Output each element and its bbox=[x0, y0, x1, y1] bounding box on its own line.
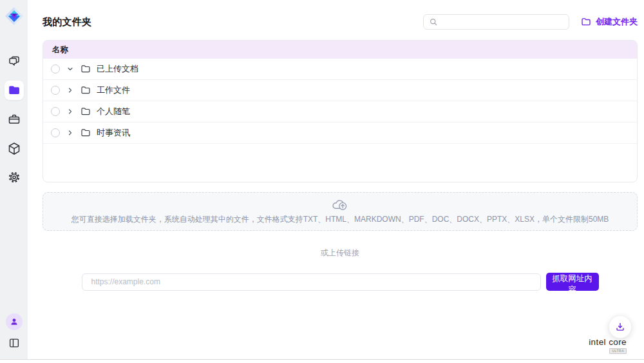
briefcase-icon bbox=[7, 112, 21, 126]
create-folder-label: 创建文件夹 bbox=[596, 16, 638, 28]
folder-icon bbox=[8, 84, 21, 97]
folder-row[interactable]: 个人随笔 bbox=[43, 101, 637, 123]
folder-row[interactable]: 已上传文档 bbox=[43, 59, 637, 80]
folder-outline-icon bbox=[80, 64, 91, 74]
sidebar-item-chat[interactable] bbox=[5, 52, 24, 71]
intel-core-logo: intel core ULTRA bbox=[589, 338, 627, 354]
fetch-url-button[interactable]: 抓取网址内容 bbox=[546, 273, 599, 291]
folder-outline-icon bbox=[80, 106, 91, 117]
gem-logo-icon bbox=[5, 6, 24, 26]
chevron-right-icon[interactable] bbox=[66, 108, 75, 115]
chevron-right-icon[interactable] bbox=[66, 86, 75, 94]
url-upload-row: 抓取网址内容 bbox=[43, 273, 638, 291]
upload-dropzone[interactable]: 您可直接选择加载文件夹，系统自动处理其中的文件，文件格式支持TXT、HTML、M… bbox=[43, 192, 638, 231]
sidebar bbox=[0, 0, 28, 359]
download-icon bbox=[614, 321, 626, 333]
create-folder-icon bbox=[581, 17, 591, 27]
chevron-down-icon[interactable] bbox=[66, 65, 75, 73]
folder-name: 个人随笔 bbox=[97, 106, 130, 117]
folder-name: 已上传文档 bbox=[97, 63, 138, 75]
page-title: 我的文件夹 bbox=[43, 16, 92, 28]
sidebar-item-toolbox[interactable] bbox=[5, 110, 24, 129]
collapse-sidebar-button[interactable] bbox=[6, 335, 23, 351]
sidebar-nav bbox=[5, 52, 24, 187]
topbar: 我的文件夹 创建文件夹 bbox=[43, 13, 638, 31]
row-checkbox[interactable] bbox=[51, 128, 60, 137]
panel-toggle-icon bbox=[8, 337, 21, 349]
search-input[interactable] bbox=[442, 17, 564, 27]
bottom-divider bbox=[0, 359, 644, 360]
main-content: 我的文件夹 创建文件夹 bbox=[28, 0, 644, 359]
search-icon bbox=[429, 17, 438, 26]
user-avatar[interactable] bbox=[6, 313, 23, 330]
row-checkbox[interactable] bbox=[51, 64, 60, 74]
chevron-right-icon[interactable] bbox=[66, 129, 75, 137]
folder-row[interactable]: 工作文件 bbox=[43, 80, 637, 101]
sidebar-item-folders[interactable] bbox=[5, 81, 24, 100]
sidebar-item-settings[interactable] bbox=[5, 168, 24, 187]
folder-outline-icon bbox=[80, 85, 91, 95]
cube-icon bbox=[7, 141, 21, 155]
gear-icon bbox=[7, 170, 21, 184]
intel-core-wordmark: intel core bbox=[589, 337, 627, 347]
url-input[interactable] bbox=[82, 273, 541, 291]
sidebar-footer bbox=[6, 313, 23, 351]
folder-row[interactable]: 时事资讯 bbox=[43, 123, 637, 144]
folder-table: 名称 已上传文档 工作文件 bbox=[43, 40, 638, 182]
table-header-row: 名称 bbox=[43, 41, 637, 59]
folder-outline-icon bbox=[80, 128, 91, 138]
link-upload-label: 或上传链接 bbox=[43, 248, 638, 259]
column-header-name: 名称 bbox=[52, 44, 68, 55]
person-icon bbox=[9, 317, 19, 327]
app-logo[interactable] bbox=[4, 6, 24, 26]
row-checkbox[interactable] bbox=[51, 86, 60, 95]
create-folder-button[interactable]: 创建文件夹 bbox=[581, 16, 638, 28]
intel-ultra-badge: ULTRA bbox=[609, 348, 627, 354]
row-checkbox[interactable] bbox=[51, 107, 60, 116]
cloud-upload-icon bbox=[331, 198, 349, 212]
folder-name: 时事资讯 bbox=[97, 127, 130, 139]
upload-hint: 您可直接选择加载文件夹，系统自动处理其中的文件，文件格式支持TXT、HTML、M… bbox=[71, 214, 609, 225]
folder-name: 工作文件 bbox=[97, 84, 130, 96]
sidebar-item-models[interactable] bbox=[5, 139, 24, 158]
chat-icon bbox=[7, 54, 21, 68]
search-box[interactable] bbox=[423, 14, 569, 30]
download-button[interactable] bbox=[609, 315, 632, 338]
